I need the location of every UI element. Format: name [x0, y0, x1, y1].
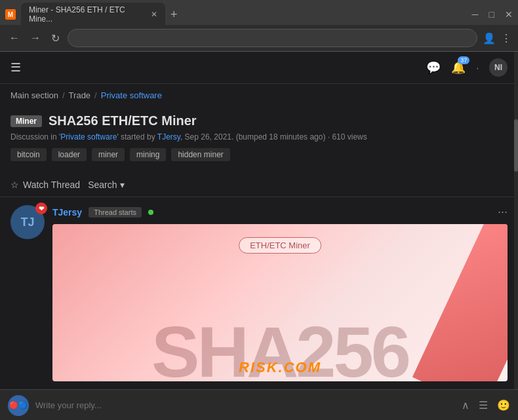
reply-avatar-dots: 🔴🔵: [9, 401, 28, 410]
thread-tag[interactable]: bitcoin: [10, 148, 47, 161]
thread-starts-badge: Thread starts: [89, 207, 142, 218]
maximize-icon[interactable]: □: [489, 9, 494, 20]
reply-user-avatar: 🔴🔵: [8, 395, 29, 416]
thread-meta: Discussion in 'Private software' started…: [10, 132, 508, 142]
post-author-avatar-wrap: TJ ❤: [10, 205, 45, 381]
thread-actions: ☆ Watch Thread Search ▾: [0, 176, 518, 197]
browser-action-buttons: 👤 ⋮: [483, 32, 511, 45]
thread-title: SHA256 ETH/ETC Miner: [49, 113, 197, 128]
watermark-text: RISK.COM: [239, 359, 321, 376]
scroll-up-icon[interactable]: ∧: [462, 399, 469, 411]
search-thread-button[interactable]: Search ▾: [88, 180, 124, 190]
browser-icon: M: [5, 9, 16, 20]
window-controls: ─ □ ✕: [472, 9, 513, 20]
tab-bar: M Miner - SHA256 ETH / ETC Mine... ✕ + ─…: [0, 0, 518, 25]
forum-topnav: ☰ 💬 🔔 37 · NI: [0, 52, 518, 84]
back-button[interactable]: ←: [7, 31, 22, 45]
new-tab-button[interactable]: +: [170, 8, 178, 22]
user-avatar[interactable]: NI: [489, 58, 508, 77]
post-banner-image: ETH/ETC Miner SHA256 RISK.COM: [52, 224, 508, 381]
chat-icon[interactable]: 💬: [426, 60, 441, 75]
post-author-avatar[interactable]: TJ ❤: [10, 205, 45, 239]
online-status-dot: [148, 210, 153, 215]
hamburger-menu[interactable]: ☰: [10, 60, 21, 75]
active-tab[interactable]: Miner - SHA256 ETH / ETC Mine... ✕: [21, 3, 165, 26]
topnav-right: 💬 🔔 37 · NI: [426, 58, 508, 77]
thread-header: Miner SHA256 ETH/ETC Miner Discussion in…: [0, 107, 518, 176]
forward-button[interactable]: →: [28, 31, 43, 45]
settings-menu-icon[interactable]: ⋮: [501, 32, 511, 45]
reply-input[interactable]: [35, 400, 455, 410]
scrollbar-thumb[interactable]: [514, 119, 518, 172]
breadcrumb-sep2: /: [94, 90, 97, 100]
reload-button[interactable]: ↻: [49, 31, 62, 46]
close-icon[interactable]: ✕: [505, 9, 513, 20]
browser-chrome: M Miner - SHA256 ETH / ETC Mine... ✕ + ─…: [0, 0, 518, 52]
watch-thread-button[interactable]: ☆ Watch Thread: [10, 180, 80, 190]
post-author-username[interactable]: TJersy: [52, 207, 82, 218]
star-icon: ☆: [10, 180, 19, 190]
reply-action-icons: ∧ ☰ 🙂: [462, 399, 510, 411]
post-more-options-button[interactable]: ···: [498, 205, 508, 219]
post-header: TJersy Thread starts ···: [52, 205, 508, 219]
address-input[interactable]: [68, 29, 477, 47]
list-icon[interactable]: ☰: [479, 399, 488, 411]
thread-tag[interactable]: hidden miner: [171, 148, 229, 161]
breadcrumb-trade[interactable]: Trade: [69, 90, 90, 100]
forum-content: ☰ 💬 🔔 37 · NI Main section / Trade / Pri…: [0, 52, 518, 420]
thread-meta-category-link[interactable]: Private software: [60, 132, 117, 142]
thread-meta-user-link[interactable]: TJersy: [157, 132, 180, 142]
thread-tag[interactable]: mining: [130, 148, 166, 161]
breadcrumb: Main section / Trade / Private software: [0, 84, 518, 107]
breadcrumb-active[interactable]: Private software: [101, 90, 162, 100]
notification-badge: 37: [458, 56, 469, 64]
dropdown-chevron-icon: ▾: [120, 180, 125, 190]
notification-bell-wrap: 🔔 37: [451, 60, 466, 75]
scrollbar[interactable]: [514, 52, 518, 389]
thread-title-row: Miner SHA256 ETH/ETC Miner: [10, 113, 508, 128]
tab-title: Miner - SHA256 ETH / ETC Mine...: [29, 5, 144, 24]
breadcrumb-main[interactable]: Main section: [10, 90, 58, 100]
address-bar: ← → ↻ 👤 ⋮: [0, 25, 518, 51]
post-area: TJ ❤ TJersy Thread starts ··· ETH/ETC Mi…: [0, 197, 518, 389]
thread-tags: bitcoinloaderminermininghidden miner: [10, 148, 508, 161]
emoji-icon[interactable]: 🙂: [497, 399, 510, 411]
tab-close-button[interactable]: ✕: [151, 10, 157, 19]
user-separator: ·: [476, 63, 479, 73]
thread-tag[interactable]: miner: [92, 148, 125, 161]
thread-type-badge: Miner: [10, 115, 42, 127]
post-content: TJersy Thread starts ··· ETH/ETC Miner S…: [52, 205, 508, 381]
reply-bar: 🔴🔵 ∧ ☰ 🙂: [0, 389, 518, 420]
banner-label: ETH/ETC Miner: [239, 237, 321, 254]
avatar-heart-icon: ❤: [35, 202, 47, 214]
thread-tag[interactable]: loader: [52, 148, 87, 161]
minimize-icon[interactable]: ─: [472, 9, 479, 20]
breadcrumb-sep1: /: [62, 90, 65, 100]
user-menu-icon[interactable]: 👤: [483, 32, 496, 45]
